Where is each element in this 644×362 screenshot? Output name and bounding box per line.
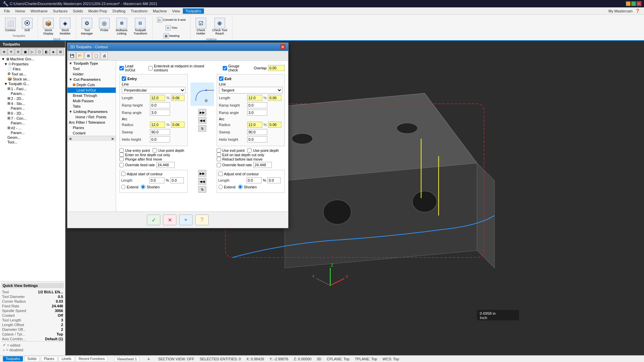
exit-last-depth-cb[interactable]: [217, 153, 221, 157]
ok-button[interactable]: ✓: [147, 215, 160, 225]
maximize-btn[interactable]: □: [631, 1, 636, 6]
entry-checkbox[interactable]: [122, 76, 126, 81]
menu-surfaces[interactable]: Surfaces: [50, 8, 70, 14]
overlap-input[interactable]: [268, 65, 285, 71]
menu-machine[interactable]: Machine: [150, 8, 170, 14]
status-tab-toolpaths[interactable]: Toolpaths: [3, 356, 23, 362]
end-extend-rb[interactable]: [218, 185, 223, 189]
end-extend-radio[interactable]: Extend: [218, 185, 235, 189]
cancel-button[interactable]: ✕: [163, 215, 176, 225]
viewsheet-add[interactable]: +: [146, 356, 151, 362]
tree-geom[interactable]: Geom...: [1, 135, 64, 140]
entry-helix-input[interactable]: [150, 136, 170, 142]
menu-wireframe[interactable]: Wireframe: [28, 8, 50, 14]
start-extend-radio[interactable]: Extend: [121, 185, 138, 189]
adjust-end-cb[interactable]: [218, 172, 223, 176]
ribbon-stock-modeler[interactable]: ◈ Stock Modeler: [57, 16, 73, 37]
entry-radius-input[interactable]: [150, 122, 165, 128]
use-pt-depth-exit-cb[interactable]: [247, 148, 252, 153]
override-feed-exit-cb[interactable]: [217, 163, 221, 167]
gouge-checkbox[interactable]: [223, 66, 227, 70]
tree-stockse[interactable]: 📦 Stock se...: [1, 76, 64, 81]
status-tab-solids[interactable]: Solids: [24, 356, 40, 362]
nav-tool[interactable]: Tool: [67, 66, 116, 71]
ribbon-trim[interactable]: ✂ Trim: [164, 24, 179, 32]
entry-length-in-input[interactable]: [171, 95, 184, 101]
ribbon-toolpath-transform[interactable]: ⊟ Toolpath Transform: [131, 16, 150, 37]
enter-first-depth-cb[interactable]: [119, 153, 124, 157]
status-tab-planes[interactable]: Planes: [41, 356, 57, 362]
end-shorten-rb[interactable]: [238, 185, 243, 189]
adjust-start-cb[interactable]: [121, 172, 125, 176]
nav-right-arrow[interactable]: ▶: [112, 137, 114, 140]
nav-depth-cuts[interactable]: Depth Cuts: [67, 82, 116, 87]
nav-toolpath-type[interactable]: ▼ Toolpath Type: [67, 61, 116, 66]
exit-checkbox[interactable]: [219, 76, 223, 81]
use-pt-depth-entry-cb[interactable]: [153, 148, 157, 153]
ribbon-convert-5axis[interactable]: ▷ Convert to 5-axis: [155, 16, 187, 23]
dialog-titlebar[interactable]: 2D Toolpaths - Contour ✕: [67, 43, 288, 51]
tp-btn-5[interactable]: ▷: [29, 48, 36, 55]
ribbon-check-holder[interactable]: ☑ Check Holder: [193, 16, 209, 37]
exit-length-in-input[interactable]: [268, 95, 281, 101]
tree-2[interactable]: ⊞ #2 - ...: [1, 125, 64, 130]
help-button[interactable]: ?: [195, 215, 209, 225]
tree-1faci[interactable]: ⊞ 1 - Faci...: [1, 86, 64, 91]
tp-btn-2[interactable]: ✕: [8, 48, 14, 55]
menu-drafting[interactable]: Drafting: [110, 8, 128, 14]
tp-btn-6[interactable]: ⬡: [36, 48, 43, 55]
status-tab-recent[interactable]: Recent Functions: [76, 356, 108, 362]
menu-home[interactable]: Home: [13, 8, 28, 14]
tp-btn-1[interactable]: ⊕: [1, 48, 7, 55]
tp-btn-7[interactable]: ◧: [43, 48, 50, 55]
tree-properties[interactable]: ▼ ◇ Properties: [1, 61, 64, 66]
transfer-right-btn[interactable]: ▶▶: [198, 109, 206, 116]
nav-arc-filter[interactable]: Arc Filter / Tolerance: [67, 120, 116, 125]
menu-transform[interactable]: Transform: [128, 8, 150, 14]
entry-length-input[interactable]: [150, 95, 165, 101]
adjust-end-check[interactable]: Adjust end of contour: [218, 172, 283, 176]
lead-inout-check[interactable]: Lead In/Out: [119, 64, 144, 72]
start-extend-rb[interactable]: [121, 185, 125, 189]
retract-before-check[interactable]: Retract before last move: [217, 157, 285, 161]
menu-view[interactable]: View: [169, 8, 183, 14]
exit-sweep-input[interactable]: [247, 129, 267, 135]
tree-param2[interactable]: Param...: [1, 106, 64, 111]
tree-param1[interactable]: Param...: [1, 91, 64, 96]
ribbon-multiaxis[interactable]: ⊞ Multiaxis Linking: [113, 16, 130, 37]
nav-home-ref[interactable]: Home / Ref. Points: [67, 114, 116, 120]
ribbon-tool-manager[interactable]: ⚙ Tool Manager: [79, 16, 96, 37]
override-feed-entry-cb[interactable]: [119, 163, 124, 167]
adj-start-in-input[interactable]: [170, 177, 184, 183]
retract-before-cb[interactable]: [217, 157, 221, 161]
lead-inout-checkbox[interactable]: [119, 66, 124, 70]
end-shorten-radio[interactable]: Shorten: [238, 185, 257, 189]
tree-machine-group[interactable]: ▼ 🖥 Machine Gro...: [1, 57, 64, 61]
entry-check[interactable]: Entry: [122, 76, 137, 81]
menu-file[interactable]: File: [1, 8, 13, 14]
exit-ramp-angle-input[interactable]: [247, 110, 267, 116]
add-button[interactable]: +: [179, 215, 193, 225]
tree-6-2d[interactable]: ⊞ 6 - 2D...: [1, 111, 64, 116]
start-shorten-rb[interactable]: [141, 185, 145, 189]
start-shorten-radio[interactable]: Shorten: [141, 185, 160, 189]
tree-files[interactable]: 📄 Files: [1, 66, 64, 71]
tree-tool[interactable]: Tool...: [1, 140, 64, 144]
nav-multi-passes[interactable]: Multi Passes: [67, 98, 116, 104]
exit-radius-in-input[interactable]: [268, 122, 281, 128]
ribbon-nesting[interactable]: ⊠ Nesting: [162, 32, 181, 40]
dlg-btn-open[interactable]: 📂: [76, 52, 84, 59]
menu-solids[interactable]: Solids: [70, 8, 86, 14]
entry-ramp-angle-input[interactable]: [150, 110, 170, 116]
adj-transfer-right[interactable]: ▶▶: [198, 170, 206, 177]
tree-7con[interactable]: ⊞ 7 - Con...: [1, 116, 64, 121]
entry-radius-in-input[interactable]: [171, 122, 184, 128]
tree-param4[interactable]: Param...: [1, 130, 64, 135]
dlg-btn-save[interactable]: 💾: [68, 52, 76, 59]
override-feed-exit-check[interactable]: Override feed rate: [217, 163, 252, 167]
dlg-btn-grid[interactable]: ⊞: [85, 52, 92, 59]
tp-btn-9[interactable]: ⊞: [57, 48, 64, 55]
nav-linking[interactable]: ▼ Linking Parameters: [67, 109, 116, 114]
adjust-start-check[interactable]: Adjust start of contour: [121, 172, 186, 176]
transfer-swap-btn[interactable]: ⇅: [198, 125, 206, 132]
